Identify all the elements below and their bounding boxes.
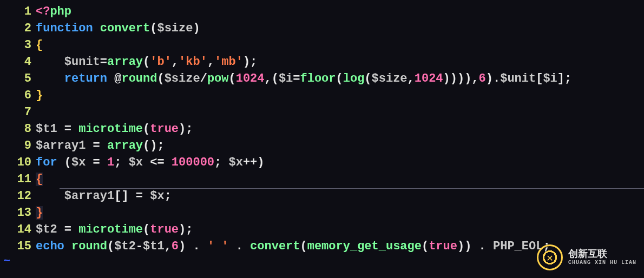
code-content: $t1 = microtime(true);: [36, 121, 193, 137]
code-content: return @round($size/pow(1024,($i=floor(l…: [36, 70, 571, 87]
watermark-brand-en: CHUANG XIN HU LIAN: [568, 260, 636, 266]
line-number: 14: [0, 221, 36, 238]
code-content: $array1 = array();: [36, 137, 165, 154]
code-content: }: [36, 87, 43, 104]
code-content: }: [36, 204, 43, 221]
code-line: 3{: [0, 37, 644, 54]
watermark-logo-icon: ✕: [537, 244, 563, 270]
code-content: for ($x = 1; $x <= 100000; $x++): [36, 154, 265, 171]
line-number: 1: [0, 3, 36, 20]
code-content: {: [36, 171, 43, 188]
code-content: $array1[] = $x;: [36, 188, 172, 204]
code-line: 10for ($x = 1; $x <= 100000; $x++): [0, 154, 644, 171]
line-number: 3: [0, 37, 36, 54]
code-line: 13}: [0, 204, 644, 221]
line-number: 10: [0, 154, 36, 171]
line-number: 9: [0, 137, 36, 154]
code-line: 9$array1 = array();: [0, 137, 644, 154]
code-content: function convert($size): [36, 20, 200, 37]
line-number: 4: [0, 54, 36, 70]
line-number: 11: [0, 171, 36, 188]
code-line: 12 $array1[] = $x;: [0, 188, 644, 204]
code-line: 2function convert($size): [0, 20, 644, 37]
code-editor: 1<?php2function convert($size)3{4 $unit=…: [0, 0, 644, 268]
code-line: 4 $unit=array('b','kb','mb');: [0, 54, 644, 70]
code-line: 8$t1 = microtime(true);: [0, 121, 644, 137]
editor-fold-line: [60, 188, 644, 189]
line-number: 6: [0, 87, 36, 104]
watermark: ✕ 创新互联 CHUANG XIN HU LIAN: [537, 244, 636, 270]
code-line: 7: [0, 104, 644, 121]
line-number: 5: [0, 70, 36, 87]
line-number: 2: [0, 20, 36, 37]
code-line: 5 return @round($size/pow(1024,($i=floor…: [0, 70, 644, 87]
code-line: 14$t2 = microtime(true);: [0, 221, 644, 238]
code-content: $t2 = microtime(true);: [36, 221, 193, 238]
line-number: 7: [0, 104, 36, 121]
line-number: 13: [0, 204, 36, 221]
code-line: 6}: [0, 87, 644, 104]
code-content: <?php: [36, 3, 71, 20]
code-content: echo round($t2-$t1,6) . ' ' . convert(me…: [36, 238, 550, 255]
line-number: 15: [0, 238, 36, 255]
code-line: 1<?php: [0, 3, 644, 20]
watermark-brand-cn: 创新互联: [568, 249, 636, 259]
code-content: {: [36, 37, 43, 54]
line-number: 12: [0, 188, 36, 204]
code-content: $unit=array('b','kb','mb');: [36, 54, 257, 70]
line-number: 8: [0, 121, 36, 137]
code-line: 11{: [0, 171, 644, 188]
